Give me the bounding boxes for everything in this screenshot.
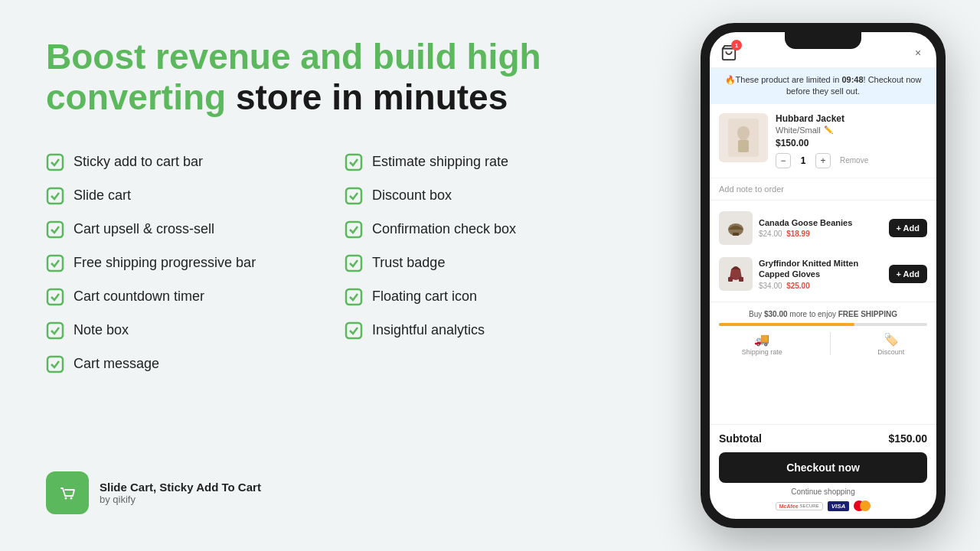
feature-countdown: Cart countdown timer (46, 280, 345, 314)
upsell-info-2: Gryffindor Knitted Mitten Capped Gloves … (759, 258, 883, 290)
svg-rect-10 (346, 256, 361, 271)
check-icon (345, 254, 363, 272)
check-icon (345, 187, 363, 205)
icon-separator (830, 332, 831, 355)
upsell-section: Canada Goose Beanies $24.00 $18.99 + Add (710, 201, 936, 302)
qty-minus-button[interactable]: − (776, 153, 791, 168)
shipping-amount: $30.00 (764, 310, 788, 318)
discount-label: Discount (877, 348, 904, 356)
upsell-info-1: Canada Goose Beanies $24.00 $18.99 (759, 217, 883, 238)
feature-cart-message: Cart message (46, 347, 345, 381)
original-price-2: $34.00 (759, 282, 782, 290)
feature-label: Cart countdown timer (74, 289, 204, 305)
features-right-col: Estimate shipping rate Discount box Conf… (345, 145, 643, 381)
continue-shopping-link[interactable]: Continue shopping (719, 487, 927, 496)
check-icon (46, 321, 64, 340)
feature-confirmation: Confirmation check box (345, 213, 643, 246)
feature-floating-cart: Floating cart icon (345, 280, 643, 314)
close-button[interactable]: × (910, 45, 926, 60)
svg-rect-0 (47, 155, 63, 170)
headline-converting: converting (46, 77, 226, 117)
qty-number: 1 (797, 155, 809, 166)
feature-label: Estimate shipping rate (372, 154, 508, 170)
cart-icon-wrapper: 1 (720, 44, 737, 61)
upsell-item-2: Gryffindor Knitted Mitten Capped Gloves … (710, 251, 936, 297)
mcafee-badge: McAfee SECURE (776, 502, 823, 510)
trust-badges: McAfee SECURE VISA (719, 500, 927, 511)
svg-rect-3 (47, 256, 63, 271)
svg-point-14 (65, 497, 67, 500)
svg-rect-21 (728, 277, 733, 282)
app-info: Slide Cart, Sticky Add To Cart by qikify (100, 481, 261, 505)
check-icon (46, 288, 64, 306)
app-by: by qikify (100, 494, 261, 505)
timer-banner: 🔥These product are limited in 09:48! Che… (710, 68, 936, 104)
shipping-rate-icon-item: 🚚 Shipping rate (742, 332, 782, 356)
headline: Boost revenue and build high converting … (46, 37, 643, 118)
cart-badge: 1 (731, 40, 742, 51)
svg-rect-2 (47, 222, 63, 237)
original-price-1: $24.00 (759, 230, 782, 238)
phone-frame: 1 × 🔥These product are limited in 09:48!… (701, 23, 946, 528)
feature-label: Cart upsell & cross-sell (74, 221, 214, 237)
check-icon (46, 355, 64, 373)
mcafee-text: McAfee (779, 504, 799, 509)
upsell-item-1: Canada Goose Beanies $24.00 $18.99 + Add (710, 205, 936, 251)
feature-discount: Discount box (345, 179, 643, 213)
sale-price-2: $25.00 (786, 282, 810, 290)
remove-link[interactable]: Remove (840, 156, 868, 165)
timer-time: 09:48 (841, 75, 863, 84)
add-upsell-button-1[interactable]: + Add (889, 219, 927, 237)
qty-controls: − 1 + Remove (776, 153, 927, 168)
timer-prefix: 🔥These product are limited in (725, 75, 842, 84)
app-icon (46, 471, 89, 514)
phone-screen: 1 × 🔥These product are limited in 09:48!… (710, 32, 936, 519)
add-note-link[interactable]: Add note to order (710, 178, 936, 201)
cart-body[interactable]: Hubbard Jacket White/Small ✏️ $150.00 − … (710, 104, 936, 424)
check-icon (46, 153, 64, 171)
feature-trust-badge: Trust badge (345, 246, 643, 280)
sale-price-1: $18.99 (786, 230, 810, 238)
svg-rect-8 (346, 188, 361, 204)
feature-shipping-rate: Estimate shipping rate (345, 145, 643, 179)
app-branding: Slide Cart, Sticky Add To Cart by qikify (46, 471, 643, 514)
svg-rect-6 (47, 357, 63, 372)
svg-rect-13 (55, 481, 80, 505)
upsell-prices-2: $34.00 $25.00 (759, 282, 883, 290)
phone-notch (785, 32, 861, 49)
progress-fill (719, 323, 854, 326)
cart-main-item: Hubbard Jacket White/Small ✏️ $150.00 − … (710, 104, 936, 178)
feature-label: Discount box (372, 187, 452, 204)
svg-rect-1 (47, 188, 63, 204)
checkout-button[interactable]: Checkout now (719, 452, 927, 483)
feature-label: Sticky add to cart bar (74, 154, 203, 170)
shipping-text: Buy $30.00 more to enjoy FREE SHIPPING (719, 310, 927, 318)
svg-rect-5 (47, 323, 63, 338)
svg-rect-18 (738, 140, 749, 152)
subtotal-row: Subtotal $150.00 (719, 432, 927, 445)
upsell-name-2: Gryffindor Knitted Mitten Capped Gloves (759, 258, 883, 280)
visa-badge: VISA (828, 501, 850, 511)
check-icon (46, 187, 64, 205)
mc-circle-orange (860, 500, 871, 511)
upsell-prices-1: $24.00 $18.99 (759, 230, 883, 238)
edit-icon[interactable]: ✏️ (824, 126, 833, 134)
check-icon (345, 220, 363, 239)
qty-plus-button[interactable]: + (815, 153, 831, 168)
svg-rect-7 (346, 155, 361, 170)
item-image (719, 113, 768, 162)
app-name: Slide Cart, Sticky Add To Cart (100, 481, 261, 494)
feature-label: Floating cart icon (372, 289, 477, 305)
left-panel: Boost revenue and build high converting … (0, 0, 689, 551)
discount-icon: 🏷️ (884, 332, 899, 347)
right-panel: 1 × 🔥These product are limited in 09:48!… (689, 0, 980, 551)
svg-rect-11 (346, 289, 361, 305)
features-grid: Sticky add to cart bar Slide cart Cart u… (46, 145, 643, 381)
mcafee-sub: SECURE (800, 504, 819, 508)
cart-footer: Subtotal $150.00 Checkout now Continue s… (710, 424, 936, 519)
subtotal-amount: $150.00 (888, 432, 927, 445)
add-upsell-button-2[interactable]: + Add (889, 265, 927, 283)
free-shipping-text: FREE SHIPPING (838, 310, 897, 318)
svg-rect-22 (739, 277, 743, 282)
svg-point-15 (70, 497, 73, 500)
